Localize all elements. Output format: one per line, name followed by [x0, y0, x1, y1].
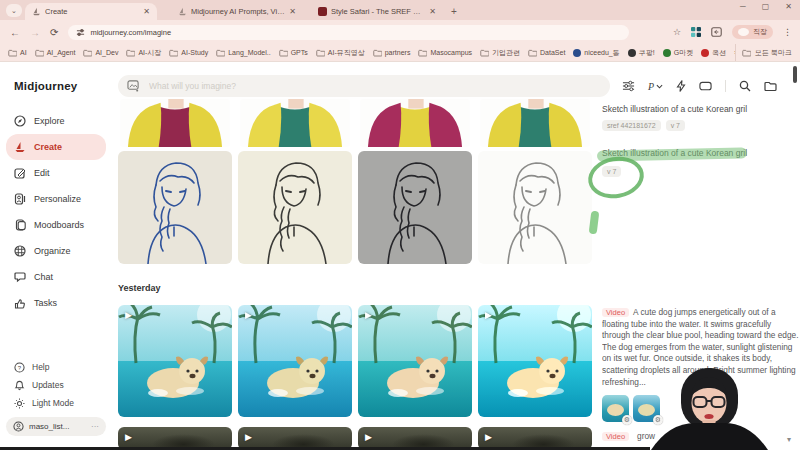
avatar-icon	[13, 421, 24, 432]
bookmark-folder[interactable]: AI-Study	[169, 49, 208, 57]
sidebar-item-personalize[interactable]: Personalize	[6, 186, 106, 212]
gear-icon[interactable]: ⚙	[622, 415, 632, 425]
sketch-image-thumbnail[interactable]	[358, 151, 472, 264]
bookmark-folder[interactable]: AI-시장	[126, 48, 161, 58]
folder-view-icon[interactable]	[764, 81, 777, 92]
bookmark-folder[interactable]: AI_Dev	[83, 49, 118, 57]
play-icon[interactable]: ▶	[365, 310, 372, 320]
close-window-icon[interactable]: ✕	[785, 2, 792, 11]
feedback-bubble-icon[interactable]	[699, 81, 712, 92]
menu-dots-icon[interactable]: ⋮	[783, 27, 792, 37]
bookmark-star-icon[interactable]: ☆	[673, 27, 681, 37]
imagine-input[interactable]	[147, 80, 601, 92]
prompt-text[interactable]: Sketch illustration of a cute Korean gri…	[602, 104, 798, 115]
reload-icon[interactable]: ⟳	[50, 27, 58, 38]
play-icon[interactable]: ▶	[485, 310, 492, 320]
bookmark-folder[interactable]: AI	[8, 49, 27, 57]
folder-icon	[83, 49, 92, 57]
sketch-image-thumbnail[interactable]	[118, 151, 232, 264]
filters-icon[interactable]	[622, 80, 635, 92]
search-icon[interactable]	[739, 80, 751, 92]
bookmark-site[interactable]: 쿠팡!	[628, 48, 655, 58]
lightning-icon[interactable]	[676, 80, 686, 92]
tab-midjourney-prompts[interactable]: Midjourney AI Prompts, Video ✕	[171, 3, 303, 20]
close-icon[interactable]: ✕	[429, 7, 436, 16]
grid-icon	[14, 245, 26, 257]
bookmark-folder[interactable]: AI-뮤직영상	[316, 48, 365, 58]
user-menu-dots-icon[interactable]: ···	[91, 422, 99, 431]
play-icon[interactable]: ▶	[485, 432, 492, 442]
style-safari-favicon	[318, 7, 327, 16]
sketch-image-thumbnail[interactable]	[478, 151, 592, 264]
play-icon[interactable]: ▶	[365, 432, 372, 442]
folder-icon	[216, 49, 225, 57]
image-thumbnail[interactable]	[358, 99, 472, 147]
bookmark-site[interactable]: niceedu_통	[573, 48, 619, 58]
bookmark-folder[interactable]: GPTs	[279, 49, 308, 57]
sidebar-item-explore[interactable]: Explore	[6, 108, 106, 134]
sidebar-item-tasks[interactable]: Tasks	[6, 290, 106, 316]
minimize-icon[interactable]: ─	[740, 2, 746, 11]
close-icon[interactable]: ✕	[289, 7, 296, 16]
svg-text:?: ?	[18, 364, 22, 370]
site-settings-icon[interactable]	[76, 28, 85, 37]
sidebar-item-light-mode[interactable]: Light Mode	[6, 394, 106, 412]
play-icon[interactable]: ▶	[125, 432, 132, 442]
bookmark-site[interactable]: 옥션	[701, 48, 726, 58]
sidebar-item-help[interactable]: ? Help	[6, 358, 106, 376]
new-tab-button[interactable]: +	[451, 6, 457, 17]
play-icon[interactable]: ▶	[245, 432, 252, 442]
chrome-divider	[0, 61, 800, 62]
video-thumbnail[interactable]: ▶	[118, 305, 232, 417]
sref-tag[interactable]: sref 442181672	[602, 120, 661, 131]
extensions-icon[interactable]	[691, 27, 701, 37]
back-icon[interactable]: ←	[10, 27, 20, 38]
bookmark-folder[interactable]: 기업관련	[480, 48, 520, 58]
scroll-down-arrow-icon[interactable]: ▾	[787, 435, 791, 444]
personalization-button[interactable]: P	[648, 81, 663, 92]
midjourney-logo[interactable]: Midjourney	[14, 80, 77, 92]
side-panel-icon[interactable]	[711, 27, 722, 37]
sidebar-item-organize[interactable]: Organize	[6, 238, 106, 264]
imagine-prompt-bar[interactable]	[118, 75, 610, 97]
sidebar-item-create[interactable]: Create	[6, 134, 106, 160]
bookmark-folder[interactable]: DataSet	[528, 49, 565, 57]
tab-style-safari[interactable]: Style Safari - The SREF Project ✕	[311, 3, 443, 20]
forward-icon[interactable]: →	[30, 27, 40, 38]
user-account-button[interactable]: maso_list... ···	[6, 417, 106, 436]
video-thumbnail[interactable]: ▶	[358, 305, 472, 417]
video-badge: Video	[602, 432, 629, 441]
sidebar-item-chat[interactable]: Chat	[6, 264, 106, 290]
bookmark-folder[interactable]: Masocampus	[418, 49, 472, 57]
image-add-icon[interactable]	[127, 80, 140, 92]
image-thumbnail[interactable]	[478, 99, 592, 147]
personalize-icon	[14, 193, 26, 205]
sidebar-item-edit[interactable]: Edit	[6, 160, 106, 186]
play-icon[interactable]: ▶	[245, 310, 252, 320]
site-favicon	[573, 49, 581, 57]
profile-chip[interactable]: 직장	[732, 25, 773, 39]
all-bookmarks-button[interactable]: 모든 북마크	[735, 44, 800, 61]
tab-search-button[interactable]: ⌄	[6, 4, 22, 17]
address-bar[interactable]: midjourney.com/imagine	[68, 25, 629, 40]
maximize-icon[interactable]: ▢	[762, 2, 770, 11]
bookmark-folder[interactable]: Lang_Model..	[216, 49, 270, 57]
video-thumbnail[interactable]: ▶	[238, 305, 352, 417]
site-favicon	[663, 49, 671, 57]
scrollbar-thumb[interactable]	[793, 66, 797, 83]
video-thumbnail[interactable]: ▶	[478, 305, 592, 417]
close-icon[interactable]: ✕	[143, 7, 150, 16]
sketch-image-thumbnail[interactable]	[238, 151, 352, 264]
chat-icon	[14, 271, 26, 283]
bookmark-folder[interactable]: partners	[373, 49, 411, 57]
sidebar-item-moodboards[interactable]: Moodboards	[6, 212, 106, 238]
bookmark-site[interactable]: G마켓	[663, 48, 693, 58]
sidebar-item-updates[interactable]: Updates	[6, 376, 106, 394]
bookmark-folder[interactable]: AI_Agent	[35, 49, 76, 57]
image-thumbnail[interactable]	[118, 99, 232, 147]
version-tag[interactable]: v 7	[666, 120, 685, 131]
play-icon[interactable]: ▶	[125, 310, 132, 320]
tab-create[interactable]: Create ✕	[25, 3, 157, 20]
video-mini-thumbnail[interactable]: ⚙	[602, 395, 629, 422]
image-thumbnail[interactable]	[238, 99, 352, 147]
